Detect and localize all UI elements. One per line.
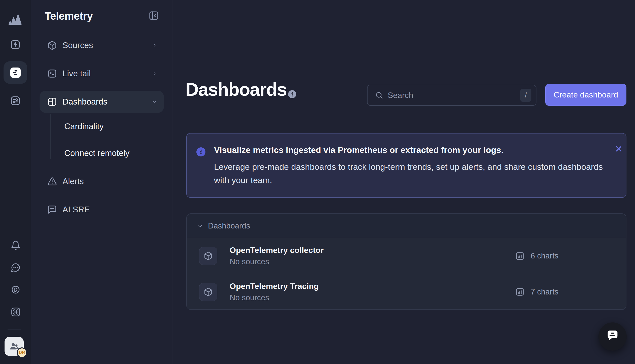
sidebar-item-label: Sources bbox=[63, 41, 93, 50]
bar-chart-icon bbox=[515, 251, 525, 261]
logs-icon bbox=[10, 68, 21, 78]
sidebar-title: Telemetry bbox=[45, 10, 93, 22]
search-bar[interactable]: / bbox=[367, 85, 536, 106]
cube-icon bbox=[204, 251, 213, 260]
dashboard-title: OpenTelemetry Tracing bbox=[230, 282, 319, 291]
telemetry-app: DR Telemetry Sources Live tail Dashboard… bbox=[0, 0, 635, 364]
theme-contrast-icon[interactable] bbox=[10, 284, 21, 295]
alert-triangle-icon bbox=[47, 177, 57, 186]
banner-title: Visualize metrics ingested via Prometheu… bbox=[214, 145, 503, 155]
chart-count-label: 7 charts bbox=[531, 287, 558, 296]
chevron-right-icon bbox=[152, 71, 157, 76]
sidebar-item-sources[interactable]: Sources bbox=[40, 34, 164, 56]
terminal-icon bbox=[47, 69, 57, 78]
sidebar-item-label: Alerts bbox=[63, 177, 84, 186]
collapse-sidebar-icon[interactable] bbox=[148, 10, 159, 21]
chart-count: 7 charts bbox=[515, 287, 558, 296]
search-icon bbox=[375, 91, 383, 99]
page-title-info-icon[interactable] bbox=[288, 90, 296, 98]
search-input[interactable] bbox=[388, 91, 520, 100]
dashboard-row-opentelemetry-collector[interactable]: OpenTelemetry collector No sources 6 cha… bbox=[187, 238, 626, 274]
sidebar-item-live-tail[interactable]: Live tail bbox=[40, 62, 164, 85]
sidebar-telemetry: Telemetry Sources Live tail Dashboards C… bbox=[31, 0, 172, 364]
main-content: Dashboards / Create dashboard Visualize … bbox=[172, 0, 635, 364]
info-icon bbox=[196, 147, 205, 156]
user-avatar[interactable]: DR bbox=[5, 337, 24, 356]
subnav-tree-line bbox=[50, 114, 51, 159]
sidebar-item-label: Dashboards bbox=[63, 97, 107, 107]
sidebar-item-label: AI SRE bbox=[63, 205, 90, 214]
notifications-bell-icon[interactable] bbox=[10, 240, 21, 251]
search-shortcut-key: / bbox=[520, 89, 531, 102]
chevron-down-icon bbox=[197, 223, 203, 229]
page-title: Dashboards bbox=[186, 79, 287, 100]
section-label: Dashboards bbox=[208, 221, 250, 230]
chart-count: 6 charts bbox=[515, 251, 558, 261]
info-banner: Visualize metrics ingested via Prometheu… bbox=[186, 133, 626, 198]
sidebar-item-dashboards[interactable]: Dashboards bbox=[40, 91, 164, 113]
dashboard-sources: No sources bbox=[230, 293, 319, 302]
dashboard-tile bbox=[199, 283, 217, 301]
sidebar-item-alerts[interactable]: Alerts bbox=[40, 170, 164, 192]
chevron-right-icon bbox=[152, 43, 157, 48]
mezmo-logo-icon[interactable] bbox=[8, 13, 23, 26]
support-chat-fab[interactable] bbox=[598, 322, 627, 351]
banner-body: Leverage pre-made dashboards to track lo… bbox=[214, 160, 607, 187]
chat-square-icon bbox=[47, 205, 57, 214]
bar-chart-icon bbox=[515, 287, 525, 296]
dashboard-layout-icon bbox=[47, 97, 57, 107]
chevron-down-icon bbox=[152, 99, 157, 105]
quick-actions-icon[interactable] bbox=[10, 39, 21, 50]
chart-count-label: 6 charts bbox=[531, 251, 558, 260]
user-initials-badge[interactable]: DR bbox=[17, 347, 27, 358]
feedback-chat-icon[interactable] bbox=[10, 262, 21, 273]
sidebar-item-label: Live tail bbox=[63, 69, 91, 78]
create-dashboard-button[interactable]: Create dashboard bbox=[545, 84, 626, 106]
sidebar-item-ai-sre[interactable]: AI SRE bbox=[40, 198, 164, 221]
icon-rail: DR bbox=[0, 0, 31, 364]
dashboard-tile bbox=[199, 247, 217, 265]
dashboard-sources: No sources bbox=[230, 257, 324, 266]
dashboard-title: OpenTelemetry collector bbox=[230, 246, 324, 255]
command-menu-icon[interactable] bbox=[10, 306, 21, 317]
dashboard-row-opentelemetry-tracing[interactable]: OpenTelemetry Tracing No sources 7 chart… bbox=[187, 274, 626, 310]
rail-item-telemetry-active[interactable] bbox=[4, 61, 27, 84]
banner-close-icon[interactable] bbox=[614, 144, 623, 154]
rail-divider bbox=[8, 329, 21, 330]
cube-icon bbox=[204, 287, 213, 296]
pipeline-settings-icon[interactable] bbox=[10, 95, 21, 106]
chat-bubble-icon bbox=[606, 329, 620, 344]
cube-icon bbox=[47, 41, 57, 50]
sidebar-item-cardinality[interactable]: Cardinality bbox=[64, 118, 104, 135]
dashboards-section-header[interactable]: Dashboards bbox=[187, 214, 626, 238]
dashboards-list-card: Dashboards OpenTelemetry collector No so… bbox=[186, 213, 626, 310]
sidebar-item-connect-remotely[interactable]: Connect remotely bbox=[64, 145, 130, 161]
